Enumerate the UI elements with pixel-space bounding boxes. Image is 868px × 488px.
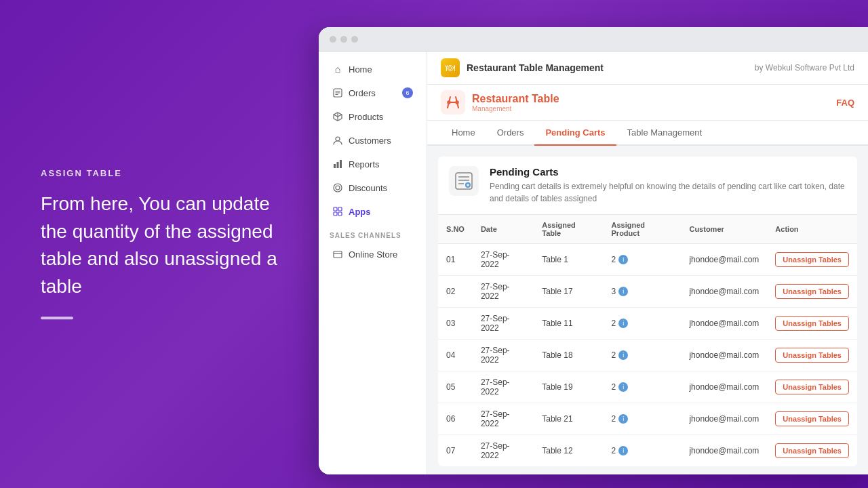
info-icon[interactable]: i [618,350,628,360]
svg-point-9 [336,186,340,190]
sidebar-item-discounts[interactable]: Discounts [321,176,424,199]
cell-customer: jhondoe@mail.com [681,340,767,371]
cell-action: Unassign Tables [767,371,857,403]
col-assigned-table: Assigned Table [534,215,603,244]
cell-date: 27-Sep-2022 [473,340,534,371]
cell-customer: jhondoe@mail.com [681,276,767,308]
cell-table: Table 19 [534,371,603,403]
cell-table: Table 21 [534,403,603,435]
online-store-icon [332,249,343,260]
table-row: 06 27-Sep-2022 Table 21 2 i jhondoe@mail… [438,403,857,435]
sidebar-item-apps[interactable]: Apps [321,200,424,223]
sidebar-item-reports[interactable]: Reports [321,152,424,176]
browser-dot-1 [330,36,336,43]
cell-action: Unassign Tables [767,244,857,276]
cell-product: 2 i [604,435,682,467]
sidebar-item-orders-label: Orders [349,88,376,98]
assign-divider [41,317,73,320]
unassign-button[interactable]: Unassign Tables [775,316,849,331]
browser-dot-2 [340,36,347,43]
cell-customer: jhondoe@mail.com [681,308,767,340]
section-text: Pending Carts Pending cart details is ex… [490,166,846,205]
svg-rect-11 [338,207,342,211]
cell-customer: jhondoe@mail.com [681,244,767,276]
faq-button[interactable]: FAQ [836,98,854,108]
sidebar-item-home-label: Home [349,64,372,75]
info-icon[interactable]: i [618,446,628,455]
cell-action: Unassign Tables [767,308,857,340]
info-icon[interactable]: i [618,255,628,264]
sidebar-item-discounts-label: Discounts [349,183,387,193]
cell-action: Unassign Tables [767,435,857,467]
sidebar-item-products[interactable]: Products [321,105,424,128]
data-table: S.NO Date Assigned Table Assigned Produc… [438,215,857,466]
svg-point-4 [336,137,340,141]
cell-table: Table 11 [534,308,603,340]
products-icon [332,111,343,122]
cell-table: Table 17 [534,276,603,308]
home-icon: ⌂ [332,64,343,75]
apps-icon [332,206,343,217]
cell-customer: jhondoe@mail.com [681,403,767,435]
svg-rect-6 [337,162,339,168]
table-row: 03 27-Sep-2022 Table 11 2 i jhondoe@mail… [438,308,857,340]
cell-sno: 02 [438,276,473,308]
app-header: 🍽 Restaurant Table Management by Webkul … [427,52,868,85]
cell-sno: 03 [438,308,473,340]
cell-date: 27-Sep-2022 [473,371,534,403]
discounts-icon [332,182,343,193]
cell-table: Table 1 [534,244,603,276]
cell-table: Table 12 [534,435,603,467]
unassign-button[interactable]: Unassign Tables [775,380,849,394]
unassign-button[interactable]: Unassign Tables [775,252,849,267]
table-row: 01 27-Sep-2022 Table 1 2 i jhondoe@mail.… [438,244,857,276]
info-icon[interactable]: i [618,319,628,328]
info-icon[interactable]: i [618,287,628,296]
tab-pending-carts[interactable]: Pending Carts [534,121,616,146]
left-panel: ASSIGN TABLE From here, You can update t… [41,168,298,319]
sidebar-item-online-store[interactable]: Online Store [321,243,424,266]
table-row: 02 27-Sep-2022 Table 17 3 i jhondoe@mail… [438,276,857,308]
table-row: 04 27-Sep-2022 Table 18 2 i jhondoe@mail… [438,340,857,371]
cell-sno: 04 [438,340,473,371]
tab-orders[interactable]: Orders [486,121,535,146]
sidebar-item-reports-label: Reports [349,159,380,169]
content-area: Pending Carts Pending cart details is ex… [427,146,868,474]
info-icon[interactable]: i [618,414,628,424]
sidebar-item-orders[interactable]: Orders 6 [321,81,424,104]
unassign-button[interactable]: Unassign Tables [775,348,849,363]
sidebar-item-customers-label: Customers [349,136,391,146]
browser-window: ⌂ Home Orders 6 [319,27,868,474]
svg-rect-13 [338,212,342,216]
sidebar-item-home[interactable]: ⌂ Home [321,58,424,81]
table-row: 07 27-Sep-2022 Table 12 2 i jhondoe@mail… [438,435,857,467]
app-header-left: 🍽 Restaurant Table Management [441,58,604,77]
sidebar-item-products-label: Products [349,112,383,122]
cell-sno: 01 [438,244,473,276]
info-icon[interactable]: i [618,382,628,392]
cell-product: 2 i [604,340,682,371]
cell-customer: jhondoe@mail.com [681,435,767,467]
reports-icon [332,159,343,169]
cell-product: 2 i [604,371,682,403]
brand-icon [441,90,465,115]
sidebar-item-customers[interactable]: Customers [321,129,424,152]
sidebar: ⌂ Home Orders 6 [319,52,427,474]
unassign-button[interactable]: Unassign Tables [775,411,849,426]
cell-product: 2 i [604,403,682,435]
assign-title: ASSIGN TABLE [41,168,298,178]
unassign-button[interactable]: Unassign Tables [775,284,849,299]
app-by-label: by Webkul Software Pvt Ltd [755,63,854,73]
section-desc: Pending cart details is extremely helpfu… [490,180,846,205]
sidebar-item-apps-label: Apps [349,207,371,217]
tab-home[interactable]: Home [441,121,486,146]
col-assigned-product: Assigned Product [604,215,682,244]
section-header: Pending Carts Pending cart details is ex… [438,157,857,215]
cell-sno: 05 [438,371,473,403]
cell-product: 2 i [604,244,682,276]
browser-chrome [319,27,868,52]
cell-date: 27-Sep-2022 [473,435,534,467]
unassign-button[interactable]: Unassign Tables [775,443,849,458]
tab-table-management[interactable]: Table Management [616,121,713,146]
svg-rect-10 [334,207,337,211]
